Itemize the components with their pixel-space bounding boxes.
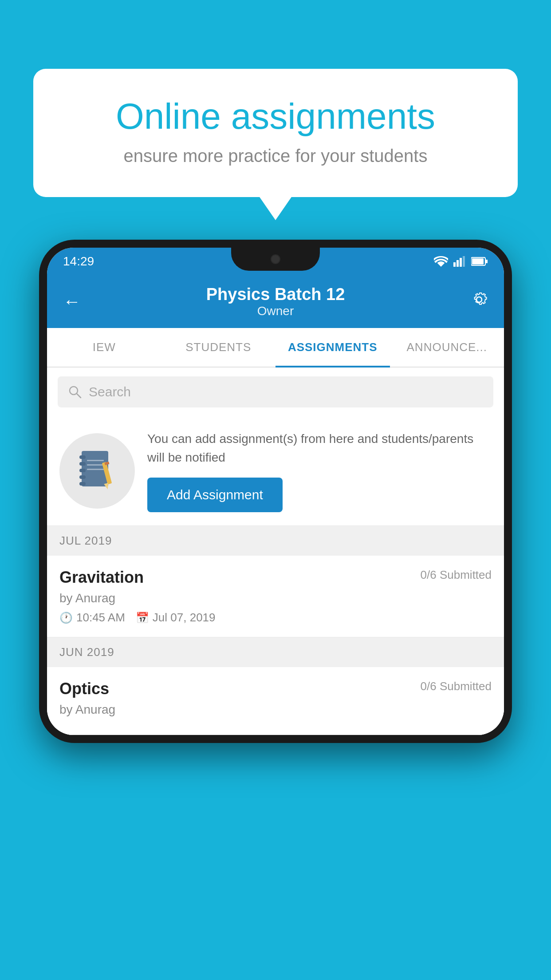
search-placeholder: Search [89, 384, 131, 399]
signal-icon [453, 256, 466, 267]
svg-rect-14 [79, 482, 86, 486]
svg-rect-5 [472, 258, 484, 265]
assignment-submitted: 0/6 Submitted [421, 568, 492, 582]
header-title: Physics Batch 12 [206, 285, 345, 304]
bubble-title: Online assignments [64, 95, 487, 137]
svg-rect-1 [457, 260, 459, 267]
back-button[interactable]: ← [63, 292, 81, 312]
clock-icon: 🕐 [59, 612, 73, 624]
assignment-meta: 🕐 10:45 AM 📅 Jul 07, 2019 [59, 611, 492, 624]
svg-rect-2 [460, 258, 462, 267]
svg-rect-0 [453, 262, 456, 267]
phone-frame: 14:29 [39, 240, 512, 743]
calendar-icon: 📅 [136, 612, 149, 624]
svg-rect-17 [87, 469, 104, 470]
assignment-name: Gravitation [59, 568, 144, 587]
svg-rect-6 [486, 260, 488, 263]
tab-announcements[interactable]: ANNOUNCE... [390, 328, 504, 367]
search-input-wrap[interactable]: Search [58, 376, 493, 407]
notch [231, 248, 320, 271]
assignment-submitted-optics: 0/6 Submitted [421, 680, 492, 693]
svg-rect-3 [463, 256, 465, 267]
content-area: Search [47, 368, 504, 735]
promo-section: You can add assignment(s) from here and … [47, 416, 504, 526]
time-value: 10:45 AM [76, 611, 125, 624]
svg-rect-11 [79, 462, 86, 466]
svg-line-8 [77, 394, 81, 398]
app-header: ← Physics Batch 12 Owner [47, 275, 504, 328]
date-value: Jul 07, 2019 [153, 611, 216, 624]
header-title-area: Physics Batch 12 Owner [206, 285, 345, 318]
search-icon [68, 385, 82, 399]
tab-iew[interactable]: IEW [47, 328, 161, 367]
tab-assignments[interactable]: ASSIGNMENTS [276, 328, 390, 367]
assignment-date: 📅 Jul 07, 2019 [136, 611, 216, 624]
bubble-subtitle: ensure more practice for your students [64, 146, 487, 166]
svg-rect-13 [79, 475, 86, 479]
tabs-bar: IEW STUDENTS ASSIGNMENTS ANNOUNCE... [47, 328, 504, 368]
assignment-top-row-optics: Optics 0/6 Submitted [59, 680, 492, 698]
search-bar: Search [47, 368, 504, 416]
status-icons [434, 256, 488, 267]
notebook-icon [77, 449, 117, 493]
svg-rect-10 [79, 455, 86, 459]
wifi-icon [434, 256, 448, 267]
settings-button[interactable] [470, 291, 488, 312]
phone-screen: 14:29 [47, 248, 504, 735]
svg-rect-16 [87, 464, 104, 466]
promo-icon-circle [59, 433, 135, 509]
svg-rect-15 [87, 460, 104, 461]
status-bar: 14:29 [47, 248, 504, 275]
header-subtitle: Owner [206, 304, 345, 318]
svg-rect-12 [79, 469, 86, 472]
add-assignment-button[interactable]: Add Assignment [147, 478, 283, 512]
camera-dot [271, 254, 280, 264]
speech-bubble: Online assignments ensure more practice … [33, 69, 518, 197]
assignment-by: by Anurag [59, 591, 492, 605]
assignment-item-gravitation[interactable]: Gravitation 0/6 Submitted by Anurag 🕐 10… [47, 556, 504, 637]
tab-students[interactable]: STUDENTS [161, 328, 276, 367]
assignment-time: 🕐 10:45 AM [59, 611, 125, 624]
speech-bubble-area: Online assignments ensure more practice … [33, 69, 518, 197]
phone-wrapper: 14:29 [39, 240, 512, 743]
promo-right: You can add assignment(s) from here and … [147, 430, 492, 512]
assignment-top-row: Gravitation 0/6 Submitted [59, 568, 492, 587]
promo-text: You can add assignment(s) from here and … [147, 430, 492, 467]
section-header-jun: JUN 2019 [47, 637, 504, 667]
assignment-by-optics: by Anurag [59, 703, 492, 717]
assignment-item-optics[interactable]: Optics 0/6 Submitted by Anurag [47, 667, 504, 735]
section-header-jul: JUL 2019 [47, 526, 504, 556]
battery-icon [471, 257, 488, 266]
assignment-name-optics: Optics [59, 680, 109, 698]
status-time: 14:29 [63, 254, 94, 269]
